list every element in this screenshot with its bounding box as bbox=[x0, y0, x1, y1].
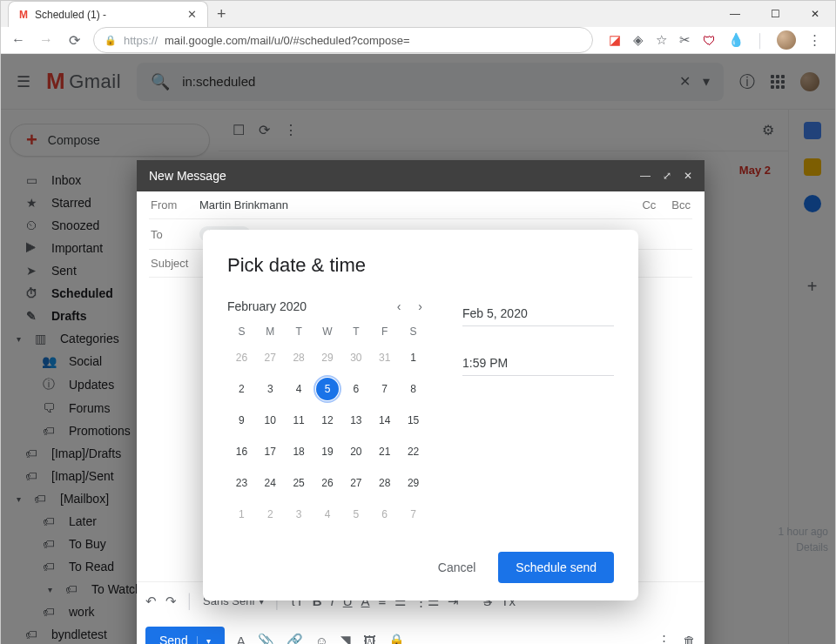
insert-drive-icon[interactable]: ◥ bbox=[340, 633, 351, 644]
nav-forward-icon[interactable]: → bbox=[37, 32, 55, 48]
to-label: To bbox=[151, 228, 191, 241]
lock-icon: 🔒 bbox=[104, 35, 117, 46]
window-minimize-button[interactable]: — bbox=[715, 1, 755, 27]
browser-tab[interactable]: M Scheduled (1) - ✕ bbox=[8, 1, 208, 27]
nav-reload-icon[interactable]: ⟳ bbox=[65, 32, 83, 49]
modal-title: Pick date & time bbox=[227, 254, 614, 277]
profile-avatar-icon[interactable] bbox=[777, 30, 796, 50]
calendar-dow: S bbox=[399, 325, 428, 338]
calendar-day[interactable]: 8 bbox=[402, 378, 425, 400]
compose-more-icon[interactable]: ⋮ bbox=[657, 633, 671, 644]
schedule-send-button[interactable]: Schedule send bbox=[498, 552, 614, 583]
calendar-day[interactable]: 14 bbox=[374, 409, 396, 432]
cancel-button[interactable]: Cancel bbox=[429, 553, 485, 581]
calendar-prev-icon[interactable]: ‹ bbox=[397, 299, 401, 313]
send-button[interactable]: Send ▾ bbox=[145, 627, 225, 644]
confidential-mode-icon[interactable]: 🔒 bbox=[388, 633, 405, 644]
url-text: mail.google.com/mail/u/0/#scheduled?comp… bbox=[165, 34, 409, 47]
tab-close-icon[interactable]: ✕ bbox=[187, 8, 197, 21]
calendar-day[interactable]: 7 bbox=[374, 378, 396, 400]
calendar-day[interactable]: 18 bbox=[287, 440, 310, 463]
subject-label: Subject bbox=[151, 257, 188, 270]
ext-icon-2[interactable]: ◈ bbox=[633, 32, 644, 48]
compose-minimize-icon[interactable]: — bbox=[640, 170, 651, 182]
calendar-day[interactable]: 29 bbox=[402, 472, 425, 494]
discard-draft-icon[interactable]: 🗑 bbox=[683, 634, 696, 645]
from-label: From bbox=[151, 198, 191, 211]
compose-fullscreen-icon[interactable]: ⤢ bbox=[663, 170, 671, 182]
calendar-day[interactable]: 2 bbox=[230, 378, 253, 400]
schedule-date-input[interactable] bbox=[462, 303, 614, 326]
calendar-day: 27 bbox=[259, 346, 281, 369]
window-close-button[interactable]: ✕ bbox=[795, 1, 835, 27]
calendar-day: 1 bbox=[230, 503, 253, 526]
formatting-toggle-icon[interactable]: A bbox=[237, 634, 246, 645]
calendar-dow: T bbox=[285, 325, 314, 338]
attach-icon[interactable]: 📎 bbox=[258, 633, 274, 644]
calendar-day[interactable]: 1 bbox=[402, 346, 425, 369]
browser-menu-icon[interactable]: ⋮ bbox=[808, 32, 821, 48]
compose-header[interactable]: New Message — ⤢ ✕ bbox=[137, 160, 705, 191]
calendar-dow: F bbox=[370, 325, 399, 338]
ublock-icon[interactable]: 🛡 bbox=[703, 33, 716, 48]
activity-details-link[interactable]: Details bbox=[779, 540, 828, 555]
calendar-day: 29 bbox=[316, 346, 339, 369]
calendar-dow: T bbox=[341, 325, 370, 338]
calendar-day[interactable]: 12 bbox=[316, 409, 339, 432]
calendar-day[interactable]: 10 bbox=[259, 409, 281, 432]
insert-emoji-icon[interactable]: ☺ bbox=[315, 634, 328, 645]
calendar-day[interactable]: 20 bbox=[345, 440, 367, 463]
bookmark-star-icon[interactable]: ☆ bbox=[656, 32, 667, 48]
address-bar[interactable]: 🔒 https:// mail.google.com/mail/u/0/#sch… bbox=[93, 27, 593, 53]
ext-icon-1[interactable]: ◪ bbox=[609, 32, 621, 48]
send-options-icon[interactable]: ▾ bbox=[197, 636, 211, 645]
compose-from-row[interactable]: From Martin Brinkmann Cc Bcc bbox=[149, 191, 692, 219]
calendar-day[interactable]: 13 bbox=[345, 409, 367, 432]
calendar-day[interactable]: 11 bbox=[287, 409, 310, 432]
ext-icon-4[interactable]: 💧 bbox=[728, 32, 745, 48]
calendar-day[interactable]: 9 bbox=[230, 409, 253, 432]
calendar-day[interactable]: 25 bbox=[287, 472, 310, 494]
new-tab-button[interactable]: + bbox=[217, 5, 226, 27]
bcc-link[interactable]: Bcc bbox=[671, 198, 691, 211]
cc-link[interactable]: Cc bbox=[642, 198, 656, 211]
calendar-day[interactable]: 27 bbox=[345, 472, 367, 494]
calendar-day: 6 bbox=[374, 503, 396, 526]
calendar-next-icon[interactable]: › bbox=[418, 299, 422, 313]
calendar-day: 3 bbox=[287, 503, 310, 526]
redo-icon[interactable]: ↷ bbox=[165, 594, 177, 609]
calendar-day[interactable]: 17 bbox=[259, 440, 281, 463]
calendar-day[interactable]: 3 bbox=[259, 378, 281, 400]
calendar-day[interactable]: 21 bbox=[374, 440, 396, 463]
calendar-day[interactable]: 15 bbox=[402, 409, 425, 432]
calendar-day: 30 bbox=[345, 346, 367, 369]
schedule-time-input[interactable] bbox=[462, 352, 614, 376]
calendar-day[interactable]: 24 bbox=[259, 472, 281, 494]
window-maximize-button[interactable]: ☐ bbox=[755, 1, 795, 27]
from-value: Martin Brinkmann bbox=[199, 198, 288, 211]
calendar-day[interactable]: 23 bbox=[230, 472, 253, 494]
activity-time: 1 hour ago bbox=[779, 524, 828, 540]
calendar-day[interactable]: 6 bbox=[345, 378, 367, 400]
nav-back-icon[interactable]: ← bbox=[10, 32, 27, 48]
tab-title: Scheduled (1) - bbox=[35, 9, 106, 21]
calendar-day[interactable]: 16 bbox=[230, 440, 253, 463]
send-label: Send bbox=[159, 634, 188, 644]
schedule-modal: Pick date & time February 2020 ‹ › SMTWT… bbox=[203, 230, 638, 600]
calendar-day[interactable]: 26 bbox=[316, 472, 339, 494]
gmail-favicon-icon: M bbox=[19, 9, 28, 21]
ext-icon-3[interactable]: ✂ bbox=[679, 32, 691, 48]
undo-icon[interactable]: ↶ bbox=[145, 594, 157, 609]
calendar-day: 5 bbox=[345, 503, 367, 526]
calendar-day[interactable]: 5 bbox=[316, 378, 339, 400]
calendar-day: 4 bbox=[316, 503, 339, 526]
compose-title: New Message bbox=[149, 169, 226, 183]
browser-toolbar: ← → ⟳ 🔒 https:// mail.google.com/mail/u/… bbox=[1, 27, 835, 54]
compose-close-icon[interactable]: ✕ bbox=[684, 170, 692, 182]
calendar-day[interactable]: 28 bbox=[374, 472, 396, 494]
calendar-day[interactable]: 22 bbox=[402, 440, 425, 463]
insert-link-icon[interactable]: 🔗 bbox=[287, 633, 303, 644]
insert-photo-icon[interactable]: 🖼 bbox=[363, 634, 376, 645]
calendar-day[interactable]: 4 bbox=[287, 378, 310, 400]
calendar-day[interactable]: 19 bbox=[316, 440, 339, 463]
